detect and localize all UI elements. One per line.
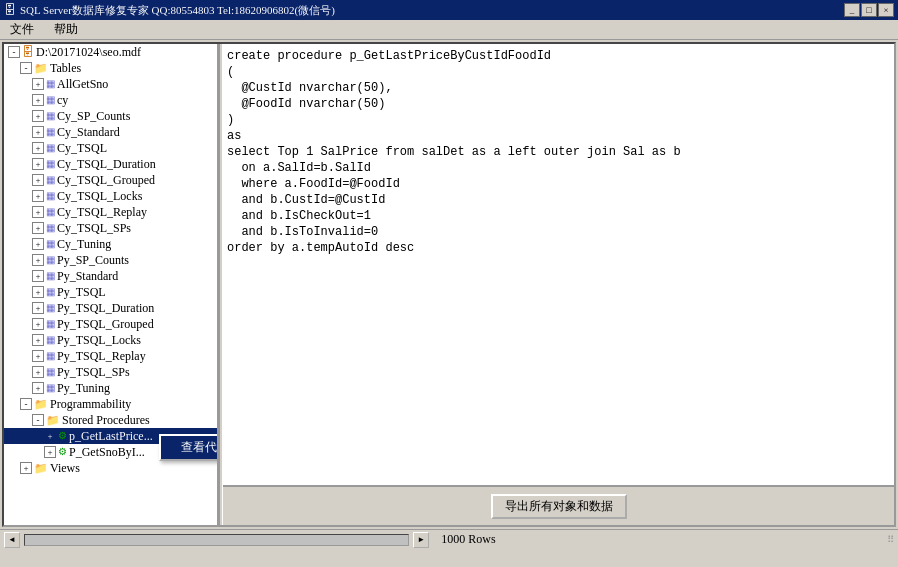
expand-icon[interactable]: +: [32, 318, 44, 330]
tree-table-cy-tsql[interactable]: + ▦ Cy_TSQL: [4, 140, 217, 156]
table-icon: ▦: [46, 140, 55, 156]
programmability-label: Programmability: [50, 396, 131, 412]
table-name: Cy_TSQL_Grouped: [57, 172, 155, 188]
expand-icon[interactable]: +: [32, 270, 44, 282]
table-icon: ▦: [46, 236, 55, 252]
table-name: Py_TSQL_Locks: [57, 332, 141, 348]
tree-table-py-sp-counts[interactable]: + ▦ Py_SP_Counts: [4, 252, 217, 268]
table-icon: ▦: [46, 316, 55, 332]
folder-icon: 📁: [34, 396, 48, 412]
table-name: Py_TSQL_Grouped: [57, 316, 154, 332]
expand-icon[interactable]: +: [32, 286, 44, 298]
proc-icon: ⚙: [58, 428, 67, 444]
expand-root[interactable]: -: [8, 46, 20, 58]
tree-table-cy-tuning[interactable]: + ▦ Cy_Tuning: [4, 236, 217, 252]
proc-name: P_GetSnoByI...: [69, 444, 145, 460]
title-bar-left: 🗄 SQL Server数据库修复专家 QQ:80554803 Tel:1862…: [4, 3, 335, 18]
table-name: Py_TSQL_Duration: [57, 300, 154, 316]
tree-table-cy-tsql-replay[interactable]: + ▦ Cy_TSQL_Replay: [4, 204, 217, 220]
minimize-button[interactable]: _: [844, 3, 860, 17]
expand-icon[interactable]: +: [32, 110, 44, 122]
tree-table-allgetsno[interactable]: + ▦ AllGetSno: [4, 76, 217, 92]
context-menu: 查看代码: [159, 434, 219, 461]
table-icon: ▦: [46, 284, 55, 300]
expand-icon[interactable]: +: [32, 142, 44, 154]
tree-table-py-tuning[interactable]: + ▦ Py_Tuning: [4, 380, 217, 396]
tree-table-cy-sp-counts[interactable]: + ▦ Cy_SP_Counts: [4, 108, 217, 124]
tree-table-py-tsql[interactable]: + ▦ Py_TSQL: [4, 284, 217, 300]
tree-tables[interactable]: - 📁 Tables: [4, 60, 217, 76]
expand-views[interactable]: +: [20, 462, 32, 474]
expand-icon[interactable]: +: [32, 126, 44, 138]
table-name: Cy_TSQL: [57, 140, 107, 156]
table-icon: ▦: [46, 252, 55, 268]
expand-icon[interactable]: +: [44, 430, 56, 442]
expand-icon[interactable]: +: [32, 206, 44, 218]
menu-file[interactable]: 文件: [4, 19, 40, 40]
table-icon: ▦: [46, 364, 55, 380]
tree-table-cy-tsql-locks[interactable]: + ▦ Cy_TSQL_Locks: [4, 188, 217, 204]
tree-table-cy-standard[interactable]: + ▦ Cy_Standard: [4, 124, 217, 140]
close-button[interactable]: ×: [878, 3, 894, 17]
export-area: 导出所有对象和数据: [223, 485, 894, 525]
scroll-left-button[interactable]: ◄: [4, 532, 20, 548]
table-name: Py_TSQL_Replay: [57, 348, 146, 364]
tree-table-cy-tsql-sps[interactable]: + ▦ Cy_TSQL_SPs: [4, 220, 217, 236]
expand-icon[interactable]: +: [32, 366, 44, 378]
tree-table-cy[interactable]: + ▦ cy: [4, 92, 217, 108]
table-name: Cy_TSQL_Replay: [57, 204, 147, 220]
tree-table-cy-tsql-grouped[interactable]: + ▦ Cy_TSQL_Grouped: [4, 172, 217, 188]
tree-table-py-tsql-sps[interactable]: + ▦ Py_TSQL_SPs: [4, 364, 217, 380]
expand-icon[interactable]: +: [32, 190, 44, 202]
expand-sp[interactable]: -: [32, 414, 44, 426]
table-icon: ▦: [46, 124, 55, 140]
tree-table-py-tsql-replay[interactable]: + ▦ Py_TSQL_Replay: [4, 348, 217, 364]
tree-stored-procedures[interactable]: - 📁 Stored Procedures: [4, 412, 217, 428]
expand-icon[interactable]: +: [32, 302, 44, 314]
tree-table-py-tsql-locks[interactable]: + ▦ Py_TSQL_Locks: [4, 332, 217, 348]
expand-icon[interactable]: +: [32, 78, 44, 90]
title-bar: 🗄 SQL Server数据库修复专家 QQ:80554803 Tel:1862…: [0, 0, 898, 20]
menu-help[interactable]: 帮助: [48, 19, 84, 40]
expand-icon[interactable]: +: [32, 382, 44, 394]
expand-icon[interactable]: +: [32, 158, 44, 170]
expand-programmability[interactable]: -: [20, 398, 32, 410]
tree-table-py-tsql-grouped[interactable]: + ▦ Py_TSQL_Grouped: [4, 316, 217, 332]
expand-icon[interactable]: +: [32, 174, 44, 186]
folder-icon: 📁: [34, 60, 48, 76]
tables-label: Tables: [50, 60, 81, 76]
tree-programmability[interactable]: - 📁 Programmability: [4, 396, 217, 412]
row-count: 1000 Rows: [441, 532, 495, 547]
expand-icon[interactable]: +: [32, 222, 44, 234]
expand-icon[interactable]: +: [32, 94, 44, 106]
title-bar-controls[interactable]: _ □ ×: [844, 3, 894, 17]
expand-icon[interactable]: +: [32, 238, 44, 250]
scrollbar-track[interactable]: [24, 534, 409, 546]
folder-icon: 📁: [34, 460, 48, 476]
code-editor[interactable]: create procedure p_GetLastPriceByCustIdF…: [223, 44, 894, 485]
table-name: Cy_TSQL_SPs: [57, 220, 131, 236]
table-icon: ▦: [46, 76, 55, 92]
expand-icon[interactable]: +: [32, 350, 44, 362]
tree-table-cy-tsql-duration[interactable]: + ▦ Cy_TSQL_Duration: [4, 156, 217, 172]
expand-icon[interactable]: +: [32, 254, 44, 266]
expand-icon[interactable]: +: [44, 446, 56, 458]
table-name: Py_TSQL: [57, 284, 106, 300]
title-text: SQL Server数据库修复专家 QQ:80554803 Tel:186209…: [20, 3, 335, 18]
expand-tables[interactable]: -: [20, 62, 32, 74]
tree-views[interactable]: + 📁 Views: [4, 460, 217, 476]
right-panel: create procedure p_GetLastPriceByCustIdF…: [223, 44, 894, 525]
table-name: Cy_Tuning: [57, 236, 111, 252]
expand-icon[interactable]: +: [32, 334, 44, 346]
export-button[interactable]: 导出所有对象和数据: [491, 494, 627, 519]
table-icon: ▦: [46, 204, 55, 220]
maximize-button[interactable]: □: [861, 3, 877, 17]
left-panel[interactable]: - 🗄 D:\20171024\seo.mdf - 📁 Tables + ▦: [4, 44, 219, 525]
table-name: Py_Standard: [57, 268, 118, 284]
scroll-right-button[interactable]: ►: [413, 532, 429, 548]
table-icon: ▦: [46, 92, 55, 108]
tree-table-py-standard[interactable]: + ▦ Py_Standard: [4, 268, 217, 284]
tree-root[interactable]: - 🗄 D:\20171024\seo.mdf: [4, 44, 217, 60]
context-menu-view-code[interactable]: 查看代码: [161, 436, 219, 459]
tree-table-py-tsql-duration[interactable]: + ▦ Py_TSQL_Duration: [4, 300, 217, 316]
